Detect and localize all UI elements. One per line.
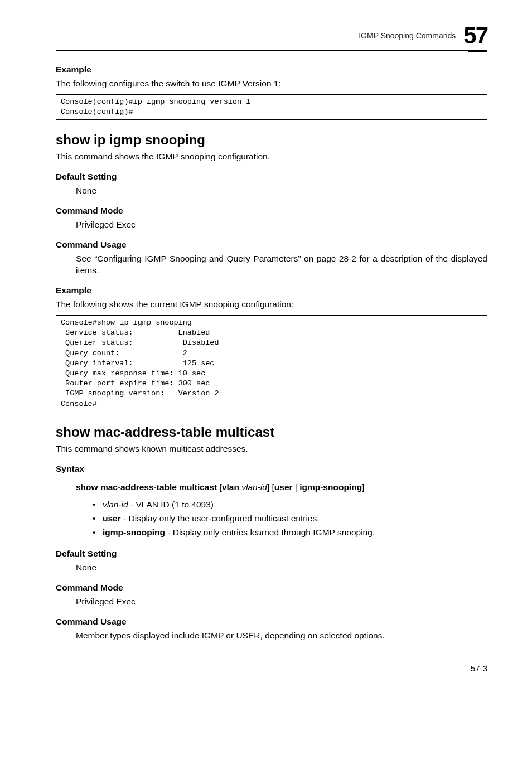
chapter-number: 57 [463, 22, 487, 49]
command-usage-value: Member types displayed include IGMP or U… [76, 630, 487, 642]
running-head: IGMP Snooping Commands [359, 31, 456, 40]
page-header: IGMP Snooping Commands 57 [56, 22, 487, 51]
default-setting-heading: Default Setting [56, 172, 487, 182]
section-title: show ip igmp snooping [56, 132, 487, 148]
command-mode-value: Privileged Exec [76, 219, 487, 231]
bullet-arg: vlan-id [103, 500, 128, 509]
list-item: igmp-snooping - Display only entries lea… [93, 526, 487, 540]
syntax-kw: user [274, 482, 293, 492]
header-accent-line [468, 51, 487, 52]
syntax-heading: Syntax [56, 464, 487, 474]
code-block: Console#show ip igmp snooping Service st… [56, 315, 487, 412]
page: IGMP Snooping Commands 57 Example The fo… [0, 0, 532, 701]
bullet-text: - Display only entries learned through I… [165, 528, 375, 537]
list-item: user - Display only the user-configured … [93, 512, 487, 526]
section-intro: This command shows known multicast addre… [56, 443, 487, 455]
example-heading: Example [56, 286, 487, 296]
default-setting-value: None [76, 185, 487, 197]
list-item: vlan-id - VLAN ID (1 to 4093) [93, 498, 487, 512]
syntax-bullets: vlan-id - VLAN ID (1 to 4093) user - Dis… [93, 498, 487, 539]
command-usage-value: See “Configuring IGMP Snooping and Query… [76, 253, 487, 277]
syntax-text: ] [ [267, 482, 274, 492]
bullet-kw: user [103, 514, 121, 523]
code-block: Console(config)#ip igmp snooping version… [56, 94, 487, 120]
command-mode-heading: Command Mode [56, 206, 487, 216]
syntax-kw: vlan [222, 482, 239, 492]
command-mode-value: Privileged Exec [76, 596, 487, 608]
example-intro: The following configures the switch to u… [56, 78, 487, 90]
example-heading: Example [56, 65, 487, 75]
example-intro: The following shows the current IGMP sno… [56, 299, 487, 311]
syntax-text: | [293, 482, 300, 492]
header-inner: IGMP Snooping Commands 57 [359, 22, 487, 49]
syntax-text: ] [362, 482, 364, 492]
syntax-line: show mac-address-table multicast [vlan v… [76, 482, 487, 492]
default-setting-heading: Default Setting [56, 549, 487, 559]
page-number: 57-3 [56, 664, 487, 673]
syntax-arg: vlan-id [241, 482, 267, 492]
syntax-text: [ [217, 482, 222, 492]
command-usage-heading: Command Usage [56, 240, 487, 250]
syntax-kw: igmp-snooping [299, 482, 362, 492]
syntax-kw: show mac-address-table multicast [76, 482, 217, 492]
bullet-kw: igmp-snooping [103, 528, 165, 537]
bullet-text: - Display only the user-configured multi… [121, 514, 320, 523]
bullet-text: - VLAN ID (1 to 4093) [128, 500, 214, 509]
command-usage-heading: Command Usage [56, 617, 487, 627]
section-intro: This command shows the IGMP snooping con… [56, 151, 487, 163]
section-title: show mac-address-table multicast [56, 424, 487, 440]
command-mode-heading: Command Mode [56, 583, 487, 593]
default-setting-value: None [76, 562, 487, 574]
